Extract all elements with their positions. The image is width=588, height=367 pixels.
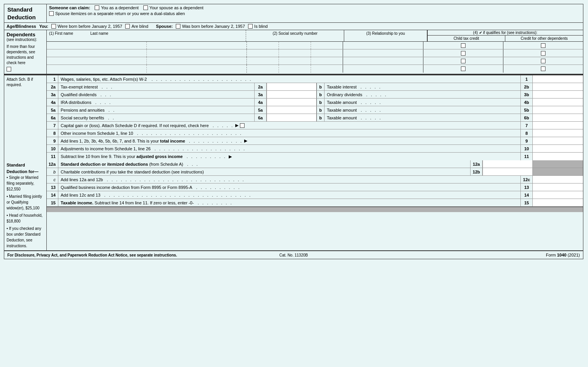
spouse-itemizes-checkbox-group: Spouse itemizes on a separate return or … bbox=[49, 11, 185, 16]
line-12a-dots: . . . bbox=[185, 162, 199, 167]
line-4a-desc: IRA distributions . . . . bbox=[58, 99, 254, 106]
line-12a-input[interactable] bbox=[483, 160, 533, 168]
line-6a-input[interactable] bbox=[267, 114, 317, 121]
are-blind-checkbox[interactable] bbox=[125, 24, 130, 29]
dep-row3-child-credit-checkbox[interactable] bbox=[423, 57, 503, 65]
dep-row3-other-box[interactable] bbox=[541, 59, 546, 63]
dep-row2-fname[interactable] bbox=[47, 49, 147, 57]
someone-can-claim-label: Someone can claim: bbox=[49, 5, 90, 10]
line-6a-text: Social security benefits bbox=[61, 116, 104, 120]
dep-row4-ssn2[interactable] bbox=[279, 65, 311, 73]
dep-row4-child-box[interactable] bbox=[461, 66, 466, 71]
dep-row1-child-box[interactable] bbox=[461, 43, 466, 48]
dep-row1-other-box[interactable] bbox=[541, 43, 546, 48]
is-blind-checkbox[interactable] bbox=[248, 24, 253, 29]
line-10-dots: . . . . . . . . . . . . . . . . . . . . bbox=[152, 146, 246, 151]
line-9-input[interactable] bbox=[533, 137, 583, 144]
line-12c-input[interactable] bbox=[533, 176, 583, 183]
line-14-input[interactable] bbox=[533, 191, 583, 199]
line-13-input[interactable] bbox=[533, 184, 583, 191]
dep-row4-other-credit-checkbox[interactable] bbox=[503, 65, 583, 73]
dep-row3-ssn2[interactable] bbox=[279, 57, 311, 65]
dep-row3-lname[interactable] bbox=[147, 57, 246, 65]
line-9-arrow: ▶ bbox=[244, 138, 247, 143]
line-12a-desc: Standard deduction or itemized deduction… bbox=[58, 160, 470, 168]
dep-row2-ssn3[interactable] bbox=[311, 49, 343, 57]
dep-row1-lname[interactable] bbox=[147, 42, 246, 49]
dep-row4-ssn1[interactable] bbox=[247, 65, 279, 73]
line-4b-dots: . . . . . bbox=[359, 100, 382, 105]
spouse-as-dependent-checkbox[interactable] bbox=[143, 5, 148, 10]
dep-col1-label: (1) First name bbox=[49, 31, 73, 36]
line-15-desc: Taxable income. Subtract line 14 from li… bbox=[58, 199, 520, 206]
dep-row4-lname[interactable] bbox=[147, 65, 246, 73]
dep-row2-other-credit-checkbox[interactable] bbox=[503, 49, 583, 57]
line-3b-b-label: b bbox=[317, 91, 325, 98]
line-11-input[interactable] bbox=[533, 153, 583, 160]
line-7-checkbox[interactable] bbox=[240, 123, 245, 128]
dep-row2-child-box[interactable] bbox=[461, 51, 466, 56]
line-5a-desc: Pensions and annuities . . bbox=[58, 106, 254, 114]
line-12b-input[interactable] bbox=[483, 168, 533, 175]
line-5a-input[interactable] bbox=[267, 106, 317, 114]
line-6b-input[interactable] bbox=[533, 114, 583, 121]
line-4b-text: Taxable amount bbox=[327, 100, 357, 105]
lines-1-11-section: Attach Sch. B if required. 1 Wages, sala… bbox=[4, 75, 583, 160]
footer-notice: For Disclosure, Privacy Act, and Paperwo… bbox=[7, 253, 198, 257]
line-7-arrow: ▶ bbox=[235, 123, 238, 128]
dep-row4-child-credit-checkbox[interactable] bbox=[423, 65, 503, 73]
line-5b-input[interactable] bbox=[533, 106, 583, 114]
born-before-1957-checkbox[interactable] bbox=[51, 24, 56, 29]
line-4a-text: IRA distributions bbox=[61, 100, 91, 105]
line-13-right-label: 13 bbox=[520, 184, 533, 191]
dep-row4-rel[interactable] bbox=[343, 65, 423, 73]
line-10-input[interactable] bbox=[533, 145, 583, 152]
dep-row3-ssn1[interactable] bbox=[247, 57, 279, 65]
line-14-row: 14 Add lines 12c and 13 . . . . . . . . … bbox=[47, 191, 583, 199]
more-than-four-checkbox[interactable] bbox=[7, 67, 11, 71]
footer-cat-no: Cat. No. 11320B bbox=[198, 253, 389, 257]
line-9-dots: . . . . . . . . . . . . bbox=[187, 139, 243, 143]
spouse-itemizes-checkbox[interactable] bbox=[49, 11, 54, 16]
line-4a-input[interactable] bbox=[267, 99, 317, 106]
dep-row2-other-box[interactable] bbox=[541, 51, 546, 56]
dep-row4-other-box[interactable] bbox=[541, 66, 546, 71]
dep-row4-ssn3[interactable] bbox=[311, 65, 343, 73]
spouse-born-before-checkbox[interactable] bbox=[176, 24, 180, 29]
line-2a-input[interactable] bbox=[267, 83, 317, 90]
footer-form-label: Form 1040 (2021) bbox=[389, 253, 580, 257]
dep-row3-other-credit-checkbox[interactable] bbox=[503, 57, 583, 65]
dep-row3-fname[interactable] bbox=[47, 57, 147, 65]
dep-row1-ssn2[interactable] bbox=[279, 42, 311, 49]
line-2b-input[interactable] bbox=[533, 83, 583, 90]
line-7-input[interactable] bbox=[533, 122, 583, 129]
line-8-input[interactable] bbox=[533, 129, 583, 137]
dep-row2-checks bbox=[423, 49, 583, 57]
line-3b-input[interactable] bbox=[533, 91, 583, 98]
dep-row1-child-credit-checkbox[interactable] bbox=[423, 42, 503, 49]
dep-row1-ssn3[interactable] bbox=[311, 42, 343, 49]
dep-row1-fname[interactable] bbox=[47, 42, 147, 49]
line-3a-input[interactable] bbox=[267, 91, 317, 98]
dep-row3-rel[interactable] bbox=[343, 57, 423, 65]
you-as-dependent-checkbox[interactable] bbox=[95, 5, 99, 10]
dep-row2-ssn2[interactable] bbox=[279, 49, 311, 57]
dep-row2-rel[interactable] bbox=[343, 49, 423, 57]
dep-row1-other-credit-checkbox[interactable] bbox=[503, 42, 583, 49]
dep-row1-rel[interactable] bbox=[343, 42, 423, 49]
line-1-input[interactable] bbox=[533, 75, 583, 83]
line-5b-b-label: b bbox=[317, 106, 325, 114]
dep-row4-fname[interactable] bbox=[47, 65, 147, 73]
dep-row3-child-box[interactable] bbox=[461, 59, 466, 63]
dep-col4a-label: Child tax credit bbox=[428, 36, 506, 41]
dep-row2-lname[interactable] bbox=[147, 49, 246, 57]
dep-row1-ssn1[interactable] bbox=[247, 42, 279, 49]
dep-row3-ssn3[interactable] bbox=[311, 57, 343, 65]
dep-row2-child-credit-checkbox[interactable] bbox=[423, 49, 503, 57]
line-6b-desc: Taxable amount . . . . . bbox=[325, 114, 520, 121]
line-1-dots: . . . . . . . . . . . . . . . . . . . . … bbox=[149, 77, 252, 82]
line-4b-input[interactable] bbox=[533, 99, 583, 106]
line-15-input[interactable] bbox=[533, 199, 583, 206]
dep-row2-ssn1[interactable] bbox=[247, 49, 279, 57]
dep-col4-label: (4) ✔ if qualifies for (see instructions… bbox=[428, 30, 583, 36]
